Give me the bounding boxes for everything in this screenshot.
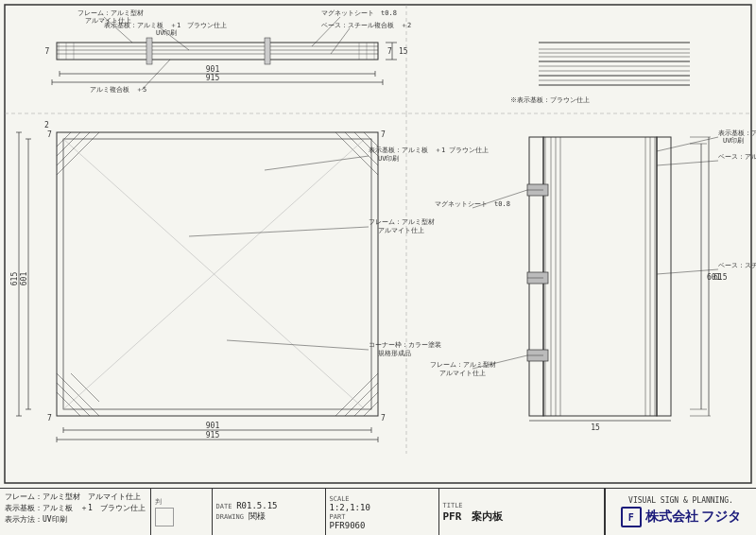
svg-line-48 (57, 383, 90, 416)
svg-text:表示基板：アルミ板　＋1 ブラウン仕上: 表示基板：アルミ板 ＋1 ブラウン仕上 (718, 129, 756, 137)
svg-text:2: 2 (44, 121, 49, 129)
svg-text:615: 615 (713, 273, 728, 282)
company-name: VISUAL SIGN & PLANNING. (628, 496, 733, 505)
svg-rect-40 (63, 139, 371, 409)
svg-line-50 (71, 373, 99, 402)
svg-text:※表示基板：ブラウン仕上: ※表示基板：ブラウン仕上 (510, 96, 590, 104)
date-value: R01.5.15 (236, 501, 277, 510)
svg-text:901: 901 (206, 65, 220, 74)
svg-line-58 (345, 383, 378, 416)
title-block: フレーム：アルミ型材 アルマイト仕上 表示基板：アルミ板 ＋1 ブラウン仕上 表… (0, 488, 756, 535)
scale-value: 1:2,1:10 (330, 503, 370, 512)
svg-text:7: 7 (45, 47, 50, 56)
part-label: PART (330, 513, 346, 521)
date-label: DATE (216, 503, 232, 510)
stamp-cell: 判 (151, 489, 213, 535)
svg-text:7: 7 (387, 47, 392, 56)
svg-rect-11 (146, 38, 152, 64)
svg-text:615: 615 (10, 272, 19, 286)
svg-text:7: 7 (47, 414, 52, 423)
svg-text:フレーム：アルミ型材: フレーム：アルミ型材 (430, 361, 496, 369)
svg-text:7: 7 (381, 414, 386, 423)
drawing-area: 901 915 15 7 7 フレーム：アルミ型材 アルマイト仕上 (0, 0, 756, 488)
note-line-3: 表示方法：UV印刷 (5, 514, 146, 526)
title-cells: 判 DATE R01.5.15 DRAWING 関様 SCALE 1:2,1:1… (151, 489, 605, 535)
svg-line-55 (364, 132, 378, 147)
drawing-value: 関様 (249, 511, 266, 521)
svg-text:601: 601 (20, 272, 28, 286)
svg-text:7: 7 (47, 130, 52, 139)
svg-text:ベース：アルミ複合板　＋5: ベース：アルミ複合板 ＋5 (718, 153, 756, 161)
svg-text:コーナー枠：カラー塗装: コーナー枠：カラー塗装 (369, 341, 441, 349)
svg-text:UV印刷: UV印刷 (156, 29, 177, 37)
title-value: PFR 案内板 (443, 510, 504, 523)
svg-text:表示基板：アルミ板　＋1 ブラウン仕上: 表示基板：アルミ板 ＋1 ブラウン仕上 (369, 147, 489, 154)
svg-text:マグネットシート　t0.8: マグネットシート t0.8 (321, 9, 397, 17)
svg-text:アルマイト仕上: アルマイト仕上 (439, 370, 486, 377)
svg-text:915: 915 (206, 74, 220, 82)
svg-rect-39 (57, 132, 378, 416)
svg-line-60 (364, 402, 378, 416)
title-cell: TITLE PFR 案内板 (439, 489, 606, 535)
svg-line-47 (57, 392, 80, 416)
svg-text:フレーム：アルミ型材: フレーム：アルミ型材 (369, 218, 435, 226)
svg-text:マグネットシート　t0.8: マグネットシート t0.8 (435, 200, 510, 208)
svg-line-43 (57, 132, 90, 165)
part-value: PFR9060 (330, 521, 366, 530)
drawing-label: DRAWING (216, 513, 245, 521)
scale-label: SCALE (330, 495, 350, 503)
svg-rect-12 (265, 38, 270, 64)
logo-area: VISUAL SIGN & PLANNING. F 株式会社 フジタ (605, 489, 756, 535)
main-container: 901 915 15 7 7 フレーム：アルミ型材 アルマイト仕上 (0, 0, 756, 535)
date-cell: DATE R01.5.15 DRAWING 関様 (213, 489, 326, 535)
svg-text:7: 7 (381, 130, 386, 139)
title-left-notes: フレーム：アルミ型材 アルマイト仕上 表示基板：アルミ板 ＋1 ブラウン仕上 表… (0, 489, 151, 535)
svg-line-90 (227, 340, 369, 350)
title-label: TITLE (443, 502, 463, 509)
svg-text:ベース：スチール複合板　＋3: ベース：スチール複合板 ＋3 (718, 262, 756, 269)
svg-text:901: 901 (206, 422, 220, 430)
svg-text:アルマイト仕上: アルマイト仕上 (378, 227, 424, 234)
svg-rect-106 (657, 137, 671, 416)
svg-text:表示基板：アルミ板　＋1　ブラウン仕上: 表示基板：アルミ板 ＋1 ブラウン仕上 (104, 22, 227, 29)
svg-rect-1 (57, 43, 378, 60)
svg-text:15: 15 (399, 47, 408, 56)
scale-cell: SCALE 1:2,1:10 PART PFR9060 (326, 489, 439, 535)
svg-text:フレーム：アルミ型材: フレーム：アルミ型材 (77, 9, 144, 17)
svg-text:UV印刷: UV印刷 (378, 155, 399, 163)
svg-text:アルミ複合板　＋5: アルミ複合板 ＋5 (90, 86, 146, 94)
svg-line-57 (354, 392, 378, 416)
company-jp: 株式会社 フジタ (645, 509, 742, 526)
svg-line-42 (57, 132, 80, 156)
svg-text:UV印刷: UV印刷 (723, 137, 744, 145)
note-line-1: フレーム：アルミ型材 アルマイト仕上 (5, 492, 146, 503)
svg-line-87 (189, 227, 369, 236)
svg-text:15: 15 (591, 423, 600, 432)
svg-text:915: 915 (206, 431, 220, 440)
svg-line-84 (265, 156, 369, 170)
note-line-2: 表示基板：アルミ板 ＋1 ブラウン仕上 (5, 503, 146, 514)
svg-text:ベース：スチール複合板　＋2: ベース：スチール複合板 ＋2 (321, 22, 411, 29)
